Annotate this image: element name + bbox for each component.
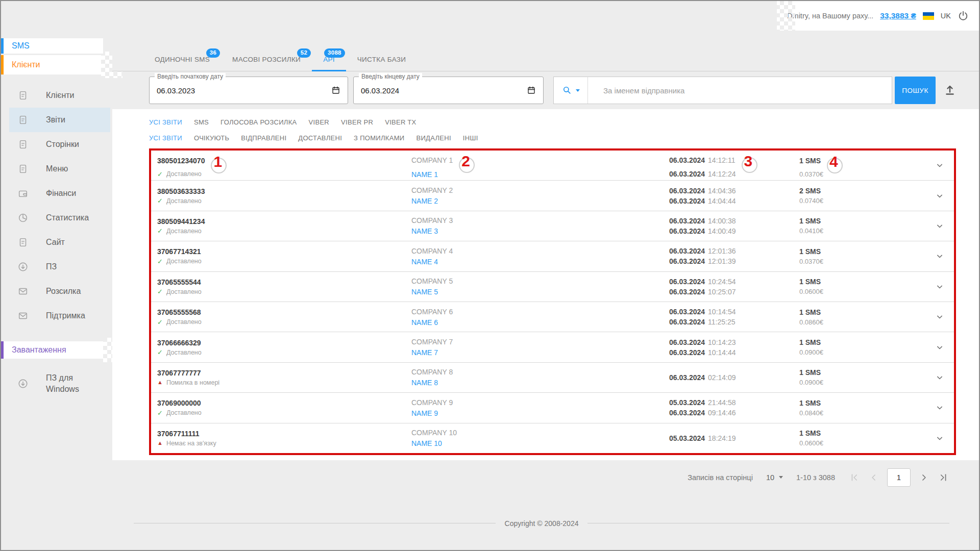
user-panel: Dmitry, на Вашому раху... 33,3883 ₴ UK (777, 1, 979, 31)
type-filter-3[interactable]: VIBER (309, 118, 330, 126)
download-icon (17, 378, 29, 389)
sidebar-item-2[interactable]: Сторінки (9, 132, 110, 157)
chevron-down-icon[interactable] (933, 280, 947, 294)
search-mode-dropdown[interactable] (554, 77, 587, 104)
phone-number: 380501234070 (157, 157, 205, 165)
status-filter-6[interactable]: ІНШІ (463, 134, 478, 142)
sidebar-item-7[interactable]: ПЗ (9, 255, 110, 279)
status-filter-2[interactable]: ВІДПРАВЛЕНІ (241, 134, 286, 142)
sidebar-item-pz-windows[interactable]: ПЗ для Windows (9, 367, 110, 399)
sms-cell: 1 SMS 0.0900€ (794, 368, 925, 386)
sidebar-section-downloads[interactable]: Завантаження (1, 341, 103, 359)
tab-single-sms[interactable]: ОДИНОЧНІ SMS 36 (143, 56, 221, 71)
logout-power-icon[interactable] (958, 10, 969, 21)
sender-name-link[interactable]: NAME 8 (411, 379, 438, 387)
chevron-down-icon[interactable] (933, 370, 947, 385)
sender-name-link[interactable]: NAME 5 (411, 288, 438, 296)
sidebar-section-sms[interactable]: SMS (1, 38, 103, 54)
status-filter-1[interactable]: ОЧІКУЮТЬ (194, 134, 229, 142)
sidebar-item-6[interactable]: Сайт (9, 230, 110, 255)
sidebar-item-4[interactable]: Фінанси (9, 181, 110, 206)
sent-time: 10:24:54 (708, 278, 736, 286)
chevron-down-icon[interactable] (933, 249, 947, 263)
search-input[interactable] (588, 77, 892, 104)
sms-price: 0.0840€ (799, 409, 925, 417)
calendar-icon[interactable] (527, 86, 543, 95)
search-button[interactable]: ПОШУК (895, 77, 936, 104)
datetime-cell: 05.03.202418:24:19 (664, 434, 794, 442)
tab-api[interactable]: API 3088 (312, 56, 346, 71)
calendar-icon[interactable] (331, 86, 348, 95)
status-filter-4[interactable]: З ПОМИЛКАМИ (354, 134, 404, 142)
sender-name-link[interactable]: NAME 1 (411, 170, 438, 179)
copyright: Copyright © 2008-2024 (505, 519, 579, 528)
phone-number: 37067711111 (157, 430, 200, 438)
tab-mass-mailings[interactable]: МАСОВІ РОЗСИЛКИ 52 (221, 56, 312, 71)
status-filter-row: УСІ ЗВІТИ ОЧІКУЮТЬ ВІДПРАВЛЕНІ ДОСТАВЛЕН… (149, 126, 979, 142)
upload-icon[interactable] (944, 84, 956, 96)
sidebar-item-8[interactable]: Розсилка (9, 279, 110, 304)
status-filter-0[interactable]: УСІ ЗВІТИ (149, 134, 182, 142)
sidebar-item-0[interactable]: Клієнти (9, 83, 110, 108)
sender-name-link[interactable]: NAME 2 (411, 197, 438, 205)
sms-count: 1 SMS (799, 399, 821, 407)
sms-cell: 1 SMS 0.0600€ (794, 278, 925, 295)
status-filter-5[interactable]: ВИДАЛЕНІ (416, 134, 451, 142)
check-icon: ✓ (157, 171, 163, 178)
tab-label: МАСОВІ РОЗСИЛКИ (232, 56, 301, 63)
type-filter-5[interactable]: VIBER TX (385, 118, 416, 126)
date-to-input[interactable] (354, 86, 527, 95)
sms-cell: 2 SMS 0.0740€ (794, 187, 925, 205)
sender-name-link[interactable]: NAME 10 (411, 439, 442, 447)
sent-date: 05.03.2024 (669, 398, 705, 407)
last-page-icon[interactable] (937, 471, 949, 484)
per-page-select[interactable]: 10 (766, 473, 783, 482)
filter-bar: Введіть початкову дату Введіть кінцеву д… (112, 71, 979, 109)
phone-number: 380509441234 (157, 217, 205, 226)
sender-name-link[interactable]: NAME 4 (411, 258, 438, 266)
chevron-down-icon[interactable] (933, 310, 947, 324)
search-group (553, 77, 892, 104)
page-input[interactable] (887, 468, 911, 487)
chevron-down-icon[interactable] (933, 158, 947, 172)
sender-name-link[interactable]: NAME 9 (411, 409, 438, 417)
sidebar-item-5[interactable]: Статистика (9, 206, 110, 230)
sidebar-item-label: ПЗ (46, 262, 57, 271)
chevron-down-icon[interactable] (933, 219, 947, 233)
status-text: Немає на зв'язку (166, 440, 216, 447)
sender-name-link[interactable]: NAME 3 (411, 227, 438, 235)
sender-name-link[interactable]: NAME 6 (411, 318, 438, 327)
delivered-date: 06.03.2024 (669, 170, 705, 178)
tab-base-cleanup[interactable]: ЧИСТКА БАЗИ (346, 56, 417, 71)
chevron-down-icon[interactable] (933, 340, 947, 355)
balance-link[interactable]: 33,3883 ₴ (880, 11, 916, 20)
chevron-down-icon[interactable] (933, 400, 947, 415)
sidebar-item-label: Фінанси (46, 189, 76, 198)
type-filter-2[interactable]: ГОЛОСОВА РОЗСИЛКА (220, 118, 297, 126)
type-filter-0[interactable]: УСІ ЗВІТИ (149, 118, 182, 126)
sidebar-item-1[interactable]: Звіти (9, 108, 110, 132)
sms-price: 0.0370€ (799, 170, 925, 178)
sidebar-item-9[interactable]: Підтримка (9, 304, 110, 328)
sent-time: 10:14:54 (708, 308, 736, 316)
next-page-icon[interactable] (918, 471, 930, 484)
sidebar-section-clients[interactable]: Клієнти (1, 55, 101, 74)
previous-page-icon[interactable] (868, 471, 880, 484)
sms-price: 0.0600€ (799, 288, 925, 295)
sender-name-link[interactable]: NAME 7 (411, 348, 438, 357)
date-from-input[interactable] (150, 86, 331, 95)
sms-count: 1 SMS (799, 308, 821, 316)
tabs: ОДИНОЧНІ SMS 36 МАСОВІ РОЗСИЛКИ 52 API 3… (143, 56, 417, 71)
warning-icon: ▲ (157, 380, 163, 385)
type-filter-4[interactable]: VIBER PR (341, 118, 373, 126)
sent-date: 06.03.2024 (669, 373, 705, 382)
chevron-down-icon[interactable] (933, 431, 947, 445)
delivered-time: 09:14:46 (708, 409, 736, 417)
status-filter-3[interactable]: ДОСТАВЛЕНІ (298, 134, 342, 142)
sidebar-item-label: Меню (46, 164, 68, 173)
chevron-down-icon[interactable] (933, 189, 947, 203)
sidebar-item-3[interactable]: Меню (9, 157, 110, 181)
first-page-icon[interactable] (848, 471, 861, 484)
type-filter-1[interactable]: SMS (194, 118, 209, 126)
language-selector[interactable]: UK (941, 12, 951, 20)
